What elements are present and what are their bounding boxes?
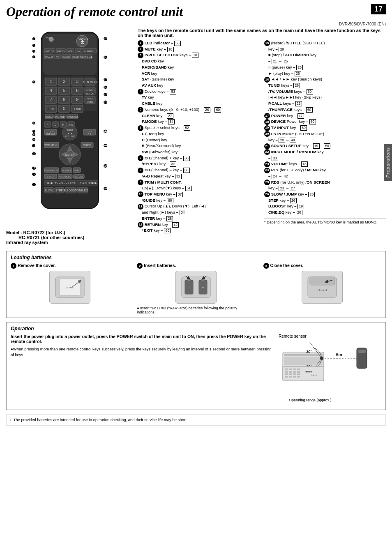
- step1-num: 1: [11, 263, 16, 269]
- key-power: 17 POWER key – 17: [264, 113, 386, 119]
- svg-text:cover: cover: [66, 286, 74, 289]
- key-center: C (Center) key: [138, 137, 259, 143]
- svg-text:RETURN/EXIT: RETURN/EXIT: [44, 169, 59, 172]
- svg-rect-163: [358, 350, 366, 353]
- svg-text:VCR: VCR: [68, 50, 73, 53]
- svg-text:+10: +10: [48, 107, 54, 111]
- svg-text:㉔: ㉔: [104, 187, 108, 191]
- svg-text:❷: ❷: [32, 44, 35, 48]
- svg-text:4: 4: [50, 88, 52, 93]
- svg-text:❸: ❸: [32, 49, 35, 53]
- key-repeat: /REPEAT key – 32: [138, 161, 259, 167]
- key-device: 4 Device keys – 53: [138, 89, 259, 95]
- svg-text:⓮: ⓮: [32, 183, 36, 187]
- key-radio-band: RADIO/BAND key: [138, 64, 259, 71]
- operation-bullet: ●When pressing more than one remote cont…: [11, 346, 272, 357]
- key-input-mode-ref: – 33: [264, 155, 386, 161]
- page-number: 17: [371, 4, 386, 14]
- key-play: ► (play) key – 25: [264, 71, 386, 77]
- step3-title: 3 Close the cover.: [263, 263, 381, 269]
- svg-text:⓬: ⓬: [32, 166, 36, 170]
- battery-note: ● Insert two LR03 ("AAA"-size) batteries…: [137, 306, 255, 314]
- key-input-selector: 3 INPUT SELECTOR keys – 18: [138, 52, 259, 58]
- svg-text:❾: ❾: [32, 138, 35, 142]
- key-pty-ref: – 24 – 42: [264, 173, 386, 180]
- operation-content: Insert the power plug into a power outle…: [11, 334, 381, 406]
- svg-text:STEP: STEP: [55, 189, 63, 192]
- key-tv: TV key: [138, 94, 259, 101]
- key-thum-page: /THUM/PAGE keys – 60: [264, 107, 386, 113]
- step1-title: 1 Remove the cover.: [11, 263, 129, 269]
- key-av-aux: AV AUX key: [138, 83, 259, 89]
- model-section: Model : RC-R0722 (for U.K.) RC-R0721 (fo…: [6, 230, 134, 245]
- svg-text:30°: 30°: [306, 350, 312, 354]
- key-skip: I◄◄ key/►►I key (Skip keys): [264, 94, 386, 101]
- key-cursor-up: 11 Cursor Up (▲), Down (▼), Left (◄): [138, 203, 259, 210]
- loading-batteries-title: Loading batteries: [11, 255, 381, 260]
- key-enter: ENTER key – 28: [138, 216, 259, 222]
- svg-text:–: –: [202, 286, 204, 288]
- svg-text:⓱: ⓱: [104, 78, 108, 82]
- svg-text:ENTER: ENTER: [65, 153, 74, 156]
- svg-text:INPUT: INPUT: [87, 97, 94, 100]
- key-rear: R (Rear/Surround) key: [138, 143, 259, 149]
- key-rds-onscreen: 25 RDS (for U.K. only) /ON SCREEN: [264, 180, 386, 186]
- svg-text:❶: ❶: [32, 37, 35, 41]
- keys-left-col: 1 LED indicator – 53 2 MUTE key – 18 3 I…: [138, 40, 259, 234]
- key-bboost: B.BOOST key – 19: [264, 203, 386, 210]
- key-tune: TUNE/ keys – 26: [264, 83, 386, 89]
- svg-text:C: C: [54, 123, 56, 126]
- svg-rect-148: [187, 279, 191, 281]
- key-sat: SAT (Satellite) key: [138, 76, 259, 83]
- svg-text:MODE: MODE: [87, 101, 94, 103]
- svg-text:TRIM: TRIM: [67, 129, 73, 131]
- svg-rect-158: [284, 357, 323, 365]
- svg-text:6m: 6m: [336, 352, 342, 357]
- intro-text: The keys on the remote control unit with…: [138, 28, 386, 38]
- svg-text:POWER: POWER: [77, 37, 88, 40]
- loading-step2: 2 Insert batteries. + –: [137, 263, 255, 314]
- svg-text:❹: ❹: [32, 55, 35, 59]
- operation-diagram: Remote sensor 6m: [279, 334, 381, 406]
- svg-text:㉑: ㉑: [104, 129, 108, 134]
- svg-rect-174: [289, 371, 292, 373]
- model-info-line: DVR-505/DVR-7000 (EN): [6, 22, 386, 26]
- key-trim-updown: Up(▲), Down(▼) keys – 51: [138, 185, 259, 191]
- key-tv-volume: /TV. VOLUME keys – 60: [264, 89, 386, 95]
- key-record-stitle: 15 (record) /S.TITLE (SUB TITLE): [264, 40, 386, 46]
- svg-text:⓫: ⓫: [32, 152, 36, 156]
- operation-section: Operation Insert the power plug into a p…: [6, 322, 386, 410]
- svg-rect-184: [297, 376, 300, 378]
- svg-rect-178: [289, 373, 292, 375]
- step3-illustration: closed: [302, 271, 343, 304]
- key-vcr: VCR key: [138, 71, 259, 77]
- svg-rect-176: [297, 371, 300, 373]
- svg-text:⓴: ⓴: [104, 100, 108, 104]
- key-front: F (Front) key: [138, 131, 259, 137]
- svg-text:GUIDE: GUIDE: [83, 144, 92, 147]
- svg-text:BAND: BAND: [72, 56, 78, 58]
- remote-illustration: MUTE POWER ⏻ DVD CD RADIO VCR SAT AV AUX…: [29, 28, 111, 226]
- svg-text:⓯: ⓯: [104, 37, 108, 41]
- key-cineeq: CINE.EQ key – 20: [264, 210, 386, 216]
- step1-illustration: cover: [49, 271, 90, 304]
- key-led: 1 LED indicator – 53: [138, 40, 259, 46]
- key-ab-repeat: /A-B Repeat key – 32: [138, 173, 259, 180]
- svg-text:SOUND: SOUND: [85, 89, 95, 92]
- svg-text:P.MODE: P.MODE: [55, 116, 65, 118]
- svg-text:MUTE: MUTE: [46, 37, 53, 39]
- svg-rect-179: [293, 373, 296, 375]
- step2-num: 2: [137, 263, 143, 269]
- loading-step1: 1 Remove the cover. cover: [11, 263, 129, 304]
- svg-rect-173: [285, 371, 288, 373]
- loading-step3: 3 Close the cover. closed: [263, 263, 381, 304]
- svg-text:◄◄: ◄◄: [46, 181, 53, 185]
- key-pause: II (pause) key – 25: [264, 64, 386, 71]
- svg-text:6: 6: [76, 88, 78, 93]
- svg-text:►►: ►►: [91, 181, 98, 185]
- preparations-label: Preparations: [384, 144, 392, 181]
- key-rds-ref: key – 23 – 27: [264, 185, 386, 191]
- svg-rect-172: [297, 368, 300, 370]
- key-step: STEP key – 26: [264, 198, 386, 204]
- svg-text:LSTN MODE: LSTN MODE: [82, 81, 99, 83]
